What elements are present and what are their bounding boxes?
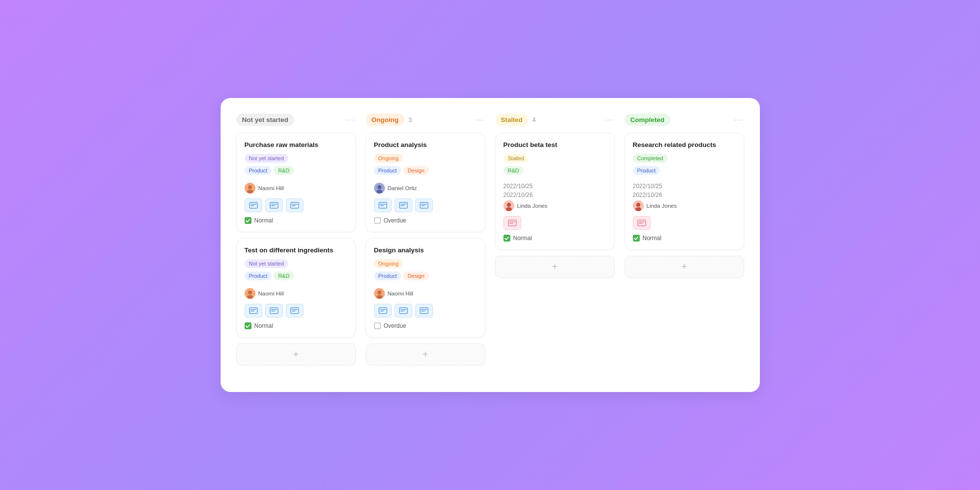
card-title: Purchase raw materials <box>245 141 348 148</box>
attachment-thumb <box>503 216 521 230</box>
svg-rect-58 <box>639 221 645 222</box>
status-label: Normal <box>254 217 274 224</box>
svg-point-25 <box>377 185 381 189</box>
svg-point-13 <box>248 291 252 294</box>
tag: R&D <box>274 166 294 175</box>
add-card-button[interactable]: + <box>495 256 615 278</box>
status-label: Normal <box>254 322 274 329</box>
column-stalled: Stalled4···Product beta testStalledR&D20… <box>495 114 615 366</box>
board: Not yet started···Purchase raw materials… <box>236 114 744 366</box>
avatar-row: Linda Jones <box>503 200 606 211</box>
svg-point-56 <box>635 207 641 211</box>
card-title: Design analysis <box>374 246 477 254</box>
status-row: Overdue <box>374 322 477 329</box>
task-card[interactable]: Product beta testStalledR&D2022/10/25202… <box>495 133 615 250</box>
attachment-thumb <box>286 304 303 318</box>
svg-rect-4 <box>251 204 256 205</box>
tags-row: ProductR&D <box>245 166 348 178</box>
column-not-started: Not yet started···Purchase raw materials… <box>236 114 356 366</box>
column-title-label: Completed <box>625 114 671 126</box>
column-menu-button[interactable]: ··· <box>734 116 744 124</box>
column-menu-button[interactable]: ··· <box>346 116 355 124</box>
tags-row: ProductDesign <box>374 271 477 283</box>
svg-rect-17 <box>251 311 254 312</box>
attachment-thumb <box>245 198 262 212</box>
svg-rect-19 <box>271 309 277 310</box>
add-card-button[interactable]: + <box>236 343 356 366</box>
svg-point-37 <box>377 291 381 294</box>
svg-rect-59 <box>639 223 643 224</box>
date-start: 2022/10/25 <box>633 183 736 190</box>
status-tag: Not yet started <box>245 259 289 268</box>
avatar <box>245 288 255 299</box>
svg-rect-16 <box>251 309 256 310</box>
svg-rect-40 <box>380 309 386 310</box>
avatar-row: Naomi Hill <box>374 288 477 299</box>
task-card[interactable]: Product analysisOngoingProductDesign Dan… <box>366 133 485 232</box>
date-end: 2022/10/26 <box>633 192 736 198</box>
add-card-button[interactable]: + <box>366 343 485 366</box>
checkbox-checked[interactable] <box>245 322 251 329</box>
task-card[interactable]: Purchase raw materialsNot yet startedPro… <box>236 133 356 232</box>
avatar <box>245 183 255 194</box>
status-row: Overdue <box>374 217 477 224</box>
svg-point-50 <box>506 207 512 211</box>
tag: Design <box>403 166 428 175</box>
svg-rect-53 <box>509 223 513 224</box>
column-title-wrap: Stalled4 <box>495 114 536 126</box>
avatar-name: Naomi Hill <box>388 291 413 296</box>
svg-rect-20 <box>271 311 275 312</box>
svg-rect-5 <box>251 205 254 206</box>
attachment-thumb <box>415 304 433 318</box>
avatar-row: Daniel Ortiz <box>374 183 477 194</box>
add-card-button[interactable]: + <box>625 256 744 278</box>
tag: Product <box>245 271 272 280</box>
svg-point-14 <box>247 295 253 299</box>
checkbox-empty[interactable] <box>374 322 381 329</box>
checkbox-checked[interactable] <box>633 235 640 242</box>
svg-point-1 <box>248 185 252 189</box>
column-completed: Completed···Research related productsCom… <box>625 114 744 366</box>
column-menu-button[interactable]: ··· <box>605 116 614 124</box>
avatar-row: Linda Jones <box>633 200 736 211</box>
tags-row: R&D <box>503 166 606 178</box>
column-header-not-started: Not yet started··· <box>236 114 356 126</box>
task-card[interactable]: Design analysisOngoingProductDesign Naom… <box>366 238 485 338</box>
svg-rect-52 <box>509 221 515 222</box>
attachments-row <box>374 198 477 212</box>
svg-rect-28 <box>380 204 386 205</box>
svg-rect-35 <box>421 205 425 206</box>
status-label: Normal <box>513 235 532 242</box>
date-start: 2022/10/25 <box>503 183 606 190</box>
column-title-wrap: Ongoing3 <box>366 114 412 126</box>
svg-rect-44 <box>401 311 404 312</box>
column-header-stalled: Stalled4··· <box>495 114 615 126</box>
svg-point-2 <box>247 190 253 194</box>
avatar <box>374 183 385 194</box>
attachment-thumb <box>286 198 303 212</box>
tags-row: ProductDesign <box>374 166 477 178</box>
svg-rect-29 <box>380 205 384 206</box>
attachment-thumb <box>415 198 433 212</box>
status-tag: Completed <box>633 154 668 163</box>
status-row: Normal <box>245 217 348 224</box>
attachment-thumb <box>395 198 412 212</box>
date-end: 2022/10/26 <box>503 192 606 198</box>
tag: R&D <box>274 271 294 280</box>
task-card[interactable]: Research related productsCompletedProduc… <box>625 133 744 250</box>
status-row: Normal <box>503 235 606 242</box>
board-container: Not yet started···Purchase raw materials… <box>221 98 760 392</box>
checkbox-empty[interactable] <box>374 217 381 224</box>
svg-point-38 <box>377 295 382 299</box>
tags-row: ProductR&D <box>245 271 348 283</box>
svg-rect-23 <box>292 311 296 312</box>
svg-rect-31 <box>401 204 406 205</box>
avatar-row: Naomi Hill <box>245 183 348 194</box>
task-card[interactable]: Test on different ingredientsNot yet sta… <box>236 238 356 338</box>
checkbox-checked[interactable] <box>245 217 251 224</box>
column-title-wrap: Not yet started <box>236 114 295 126</box>
checkbox-checked[interactable] <box>503 235 510 242</box>
column-menu-button[interactable]: ··· <box>476 116 485 124</box>
svg-rect-47 <box>421 311 425 312</box>
svg-rect-41 <box>380 311 384 312</box>
